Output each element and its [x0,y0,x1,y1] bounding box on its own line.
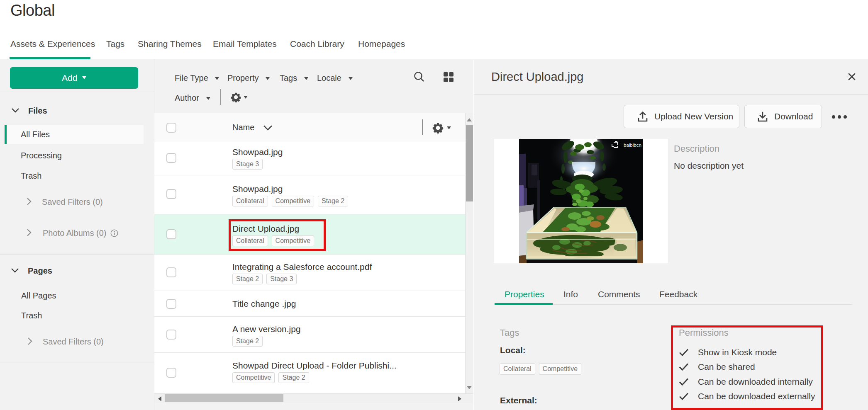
svg-text:balbibcn: balbibcn [624,143,641,148]
